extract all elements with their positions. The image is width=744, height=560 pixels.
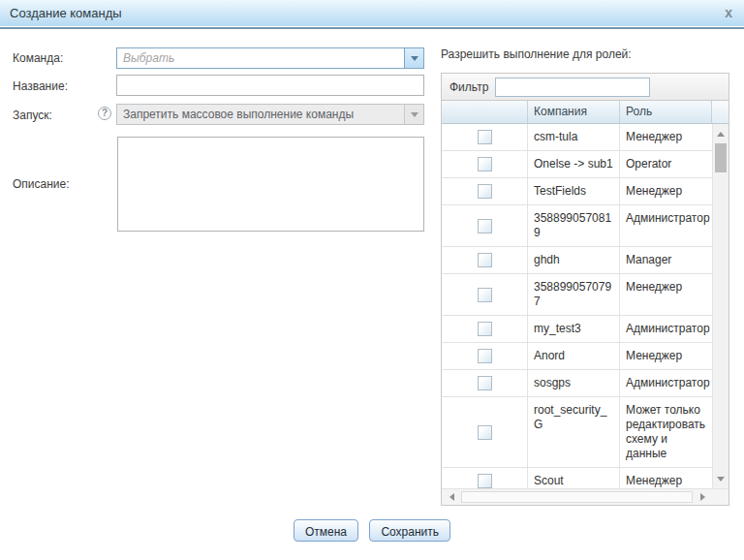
launch-dropdown-trigger[interactable] (404, 105, 423, 124)
row-checkbox[interactable] (478, 474, 492, 488)
save-button[interactable]: Сохранить (369, 519, 450, 542)
titlebar-edge (0, 27, 744, 29)
command-label: Команда: (13, 51, 63, 65)
row-role: Может только редактировать схему и данны… (620, 397, 711, 467)
column-header-company[interactable]: Компания (528, 101, 620, 123)
roles-panel: Фильтр Компания Роль csm-tula Менеджер O… (441, 73, 729, 506)
name-label: Название: (13, 79, 68, 93)
launch-combobox[interactable]: Запретить массовое выполнение команды (116, 104, 424, 125)
row-role: Менеджер (620, 124, 711, 150)
filter-input[interactable] (495, 78, 650, 97)
row-company: root_security_G (528, 397, 620, 467)
row-company: 3588990570819 (528, 205, 620, 246)
row-checkbox[interactable] (478, 157, 492, 171)
column-header-checkbox[interactable] (442, 101, 528, 123)
dialog-title: Создание команды (10, 6, 122, 20)
help-icon[interactable]: ? (98, 107, 111, 120)
row-company: 3588990570797 (528, 274, 620, 315)
row-checkbox[interactable] (478, 219, 492, 233)
chevron-down-icon (411, 56, 418, 61)
table-row[interactable]: Onelse -> sub1 Operator (442, 151, 712, 178)
scroll-right-icon[interactable] (695, 489, 710, 505)
row-role: Менеджер (620, 468, 711, 488)
row-checkbox[interactable] (478, 322, 492, 336)
dialog-titlebar: Создание команды (0, 0, 744, 26)
vertical-scrollbar-thumb[interactable] (715, 143, 727, 172)
roles-table-body: csm-tula Менеджер Onelse -> sub1 Operato… (442, 124, 712, 488)
row-company: sosgps (528, 370, 620, 396)
row-role: Администратор (620, 316, 711, 342)
filter-label: Фильтр (450, 80, 488, 94)
row-checkbox[interactable] (478, 376, 492, 390)
row-company: my_test3 (528, 316, 620, 342)
row-checkbox[interactable] (478, 349, 492, 363)
row-company: ghdh (528, 247, 620, 273)
scroll-down-icon[interactable] (713, 471, 728, 486)
command-dropdown-trigger[interactable] (404, 48, 423, 68)
dialog-footer: Отмена Сохранить (0, 519, 744, 542)
table-row[interactable]: csm-tula Менеджер (442, 124, 712, 151)
description-textarea[interactable] (117, 137, 424, 232)
row-checkbox[interactable] (478, 130, 492, 144)
command-input[interactable] (117, 48, 404, 68)
row-checkbox[interactable] (478, 288, 492, 302)
name-field-wrap (116, 75, 424, 96)
create-command-dialog: Создание команды x Команда: Название: За… (0, 0, 744, 560)
row-checkbox[interactable] (478, 425, 492, 440)
chevron-down-icon (411, 112, 418, 117)
row-role: Operator (620, 151, 711, 177)
row-role: Manager (620, 247, 711, 273)
command-combobox[interactable] (116, 47, 424, 69)
row-company: csm-tula (528, 124, 620, 150)
table-row[interactable]: ghdh Manager (442, 247, 712, 274)
row-company: Scout (528, 468, 620, 488)
table-row[interactable]: root_security_G Может только редактирова… (442, 397, 712, 468)
row-role: Менеджер (620, 274, 711, 315)
roles-table-viewport: csm-tula Менеджер Onelse -> sub1 Operato… (442, 124, 728, 488)
column-header-role[interactable]: Роль (620, 101, 712, 123)
horizontal-scrollbar-thumb[interactable] (461, 491, 693, 503)
row-role: Администратор (620, 205, 711, 246)
table-row[interactable]: Scout Менеджер (442, 468, 712, 488)
name-input[interactable] (116, 75, 424, 96)
row-company: TestFields (528, 178, 620, 204)
close-icon[interactable]: x (725, 5, 732, 20)
row-company: Onelse -> sub1 (528, 151, 620, 177)
row-checkbox[interactable] (478, 253, 492, 267)
vertical-scrollbar[interactable] (712, 124, 728, 488)
table-row[interactable]: 3588990570819 Администратор (442, 205, 712, 247)
scroll-left-icon[interactable] (444, 489, 459, 505)
horizontal-scrollbar[interactable] (442, 488, 728, 505)
row-role: Менеджер (620, 178, 711, 204)
table-row[interactable]: TestFields Менеджер (442, 178, 712, 205)
scroll-up-icon[interactable] (713, 126, 728, 141)
roles-panel-title: Разрешить выполнение для ролей: (441, 47, 632, 61)
roles-table-header: Компания Роль (442, 101, 728, 124)
cancel-button[interactable]: Отмена (294, 519, 358, 542)
row-checkbox[interactable] (478, 184, 492, 199)
filter-toolbar: Фильтр (442, 74, 728, 101)
table-row[interactable]: Anord Менеджер (442, 343, 712, 370)
row-company: Anord (528, 343, 620, 369)
row-role: Администратор (620, 370, 711, 396)
row-role: Менеджер (620, 343, 711, 369)
table-row[interactable]: 3588990570797 Менеджер (442, 274, 712, 316)
table-row[interactable]: my_test3 Администратор (442, 316, 712, 343)
launch-label: Запуск: (13, 109, 52, 122)
table-row[interactable]: sosgps Администратор (442, 370, 712, 397)
launch-value: Запретить массовое выполнение команды (117, 105, 404, 124)
description-label: Описание: (13, 177, 70, 191)
column-header-spacer (712, 101, 728, 123)
